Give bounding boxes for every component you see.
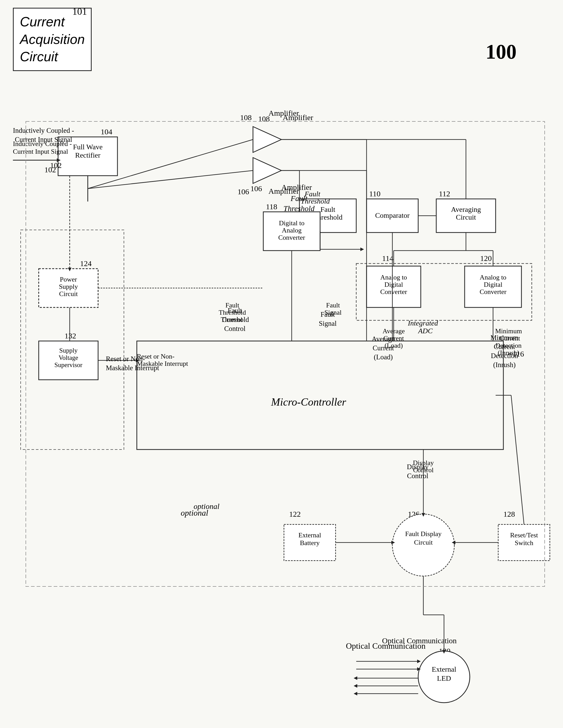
svg-text:Threshold: Threshold xyxy=(313,213,342,221)
svg-text:108: 108 xyxy=(258,114,270,123)
svg-text:Supply: Supply xyxy=(59,347,78,354)
svg-text:Rectifier: Rectifier xyxy=(75,151,101,159)
ref-101: 101 xyxy=(72,6,87,17)
ref-100: 100 xyxy=(486,40,517,64)
svg-text:External: External xyxy=(298,531,321,539)
svg-text:Reset/Test: Reset/Test xyxy=(510,531,538,539)
svg-line-95 xyxy=(88,171,253,189)
svg-marker-140 xyxy=(354,692,357,695)
svg-text:Digital: Digital xyxy=(484,281,502,288)
svg-rect-49 xyxy=(137,341,503,450)
svg-point-57 xyxy=(392,514,454,576)
svg-text:Analog: Analog xyxy=(282,227,302,234)
svg-text:112: 112 xyxy=(439,189,450,198)
svg-text:Analog to: Analog to xyxy=(380,274,407,281)
svg-text:Fault Display: Fault Display xyxy=(405,530,442,538)
svg-line-94 xyxy=(88,140,253,189)
optical-comm-label: Optical Communication xyxy=(346,641,425,652)
svg-text:Battery: Battery xyxy=(300,539,320,547)
svg-rect-14 xyxy=(366,199,418,233)
svg-rect-53 xyxy=(284,524,335,561)
svg-text:Converter: Converter xyxy=(278,234,305,241)
svg-rect-34 xyxy=(366,266,421,307)
svg-text:104: 104 xyxy=(101,127,112,136)
svg-text:122: 122 xyxy=(289,510,301,518)
svg-rect-25 xyxy=(39,269,98,307)
svg-rect-30 xyxy=(356,264,532,320)
svg-text:Switch: Switch xyxy=(515,539,533,547)
page: Current Acquisition Circuit 101 100 Full… xyxy=(0,0,563,728)
svg-text:Comparator: Comparator xyxy=(375,211,410,219)
svg-text:130: 130 xyxy=(439,647,450,655)
fault-threshold-label: FaultThreshold xyxy=(283,193,315,213)
svg-text:Fault: Fault xyxy=(326,301,340,309)
optional-label: optional xyxy=(181,508,208,518)
svg-marker-132 xyxy=(417,660,421,663)
svg-text:Fault: Fault xyxy=(320,205,335,213)
label-box-101: Current Acquisition Circuit xyxy=(13,8,92,71)
svg-text:Digital: Digital xyxy=(384,281,403,288)
svg-point-65 xyxy=(418,651,470,703)
svg-rect-39 xyxy=(465,266,521,307)
svg-text:Current Input Signal: Current Input Signal xyxy=(13,148,68,155)
svg-text:Micro-Controller: Micro-Controller xyxy=(271,396,346,408)
label-box-text: Current Acquisition Circuit xyxy=(20,14,85,64)
svg-rect-17 xyxy=(436,199,496,233)
svg-line-122 xyxy=(511,395,524,524)
svg-rect-44 xyxy=(39,341,98,380)
svg-text:106: 106 xyxy=(251,184,262,193)
svg-text:Supply: Supply xyxy=(59,283,78,290)
svg-text:Converter: Converter xyxy=(380,288,407,296)
svg-marker-130 xyxy=(442,650,446,654)
svg-text:Converter: Converter xyxy=(480,288,506,296)
reset-nmi-label: Reset or Non-Maskable Interrupt xyxy=(106,354,159,373)
svg-text:Supervisor: Supervisor xyxy=(54,361,83,368)
svg-text:114: 114 xyxy=(382,254,393,262)
inductively-coupled-label: Inductively Coupled -Current Input Signa… xyxy=(13,126,74,144)
svg-text:LED: LED xyxy=(437,674,451,682)
svg-rect-61 xyxy=(498,524,550,561)
svg-marker-136 xyxy=(354,676,357,680)
svg-text:ADC: ADC xyxy=(418,327,433,335)
svg-text:Voltage: Voltage xyxy=(59,354,78,361)
svg-text:Full Wave: Full Wave xyxy=(73,143,103,151)
svg-marker-92 xyxy=(57,158,61,162)
fault-threshold-control-label: FaultThresholdControl xyxy=(221,306,249,333)
svg-text:Power: Power xyxy=(60,276,77,283)
svg-text:Averaging: Averaging xyxy=(451,205,481,213)
svg-marker-103 xyxy=(360,247,364,251)
svg-marker-134 xyxy=(417,667,421,671)
display-control-label: DisplayControl xyxy=(407,462,428,481)
svg-text:External: External xyxy=(432,665,456,673)
ref-106: 106 xyxy=(238,187,249,196)
average-current-label: AverageCurrent(Load) xyxy=(372,335,395,362)
svg-text:Digital to: Digital to xyxy=(279,219,304,227)
svg-marker-124 xyxy=(391,541,395,544)
svg-marker-7 xyxy=(253,158,282,183)
svg-text:118: 118 xyxy=(266,202,277,211)
svg-text:Integrated: Integrated xyxy=(408,319,438,327)
svg-rect-21 xyxy=(263,212,320,251)
ref-102: 102 xyxy=(44,165,56,174)
svg-text:Analog to: Analog to xyxy=(480,274,506,281)
svg-marker-126 xyxy=(452,541,455,544)
svg-rect-51 xyxy=(21,230,124,450)
svg-text:Circuit: Circuit xyxy=(59,290,78,298)
svg-text:128: 128 xyxy=(503,510,515,518)
amplifier-108-label: Amplifier xyxy=(269,108,299,118)
fault-signal-label: FaultSignal xyxy=(319,310,336,328)
svg-text:124: 124 xyxy=(80,259,92,268)
svg-marker-120 xyxy=(421,513,425,517)
svg-marker-113 xyxy=(68,268,72,271)
svg-text:132: 132 xyxy=(65,331,76,340)
svg-text:110: 110 xyxy=(369,189,380,198)
svg-text:Circuit: Circuit xyxy=(414,539,433,546)
svg-marker-138 xyxy=(354,684,357,688)
min-current-label: MinimumCurrentDetection(Inrush) xyxy=(490,333,518,369)
svg-text:120: 120 xyxy=(480,254,492,262)
svg-marker-4 xyxy=(253,127,282,152)
svg-text:Circuit: Circuit xyxy=(456,213,476,221)
svg-text:126: 126 xyxy=(408,510,419,518)
svg-text:Average: Average xyxy=(382,327,405,335)
ref-108: 108 xyxy=(240,113,252,122)
